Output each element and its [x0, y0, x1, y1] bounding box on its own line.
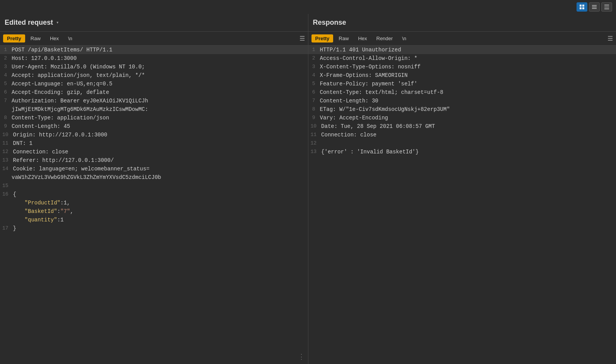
- left-panel-header: Edited request ▾: [0, 14, 308, 32]
- right-panel: Response Pretty Raw Hex Render \n ☰ 1 HT…: [308, 14, 616, 364]
- table-row: 12: [308, 139, 616, 148]
- table-row: 4 Accept: application/json, text/plain, …: [0, 71, 308, 80]
- table-row: 2 Access-Control-Allow-Origin: *: [308, 54, 616, 63]
- svg-rect-6: [592, 8, 597, 9]
- table-row: 11 DNT: 1: [0, 139, 308, 148]
- table-row: 6 Content-Type: text/html; charset=utf-8: [308, 88, 616, 97]
- panels-container: Edited request ▾ Pretty Raw Hex \n ☰ 1 P…: [0, 14, 616, 364]
- left-tab-raw[interactable]: Raw: [27, 34, 44, 43]
- table-row: 13 {'error' : 'Invalid BasketId'}: [308, 148, 616, 156]
- drag-handle[interactable]: ⋮: [298, 352, 305, 361]
- svg-rect-0: [580, 5, 582, 7]
- svg-rect-3: [582, 7, 584, 9]
- table-row: 13 Referer: http://127.0.0.1:3000/: [0, 156, 308, 165]
- split-view-button[interactable]: [601, 2, 612, 12]
- right-tab-hex[interactable]: Hex: [354, 34, 371, 43]
- top-toolbar: [0, 0, 616, 14]
- svg-rect-10: [604, 9, 609, 9]
- table-row: 11 Connection: close: [308, 131, 616, 139]
- main-container: Edited request ▾ Pretty Raw Hex \n ☰ 1 P…: [0, 0, 616, 364]
- table-row: 6 Accept-Encoding: gzip, deflate: [0, 88, 308, 97]
- table-row: 2 Host: 127.0.0.1:3000: [0, 54, 308, 63]
- list-view-button[interactable]: [589, 2, 600, 12]
- table-row: 15: [0, 182, 308, 190]
- right-tab-render[interactable]: Render: [373, 34, 397, 43]
- table-row: 12 Connection: close: [0, 148, 308, 156]
- left-tab-hex[interactable]: Hex: [46, 34, 63, 43]
- right-tab-bar: Pretty Raw Hex Render \n ☰: [308, 32, 616, 46]
- right-panel-header: Response: [308, 14, 616, 32]
- right-tab-menu-icon[interactable]: ☰: [607, 35, 613, 43]
- svg-rect-9: [604, 7, 609, 8]
- table-row: 7 Authorization: Bearer eyJ0eXAiOiJKV1Qi…: [0, 97, 308, 105]
- table-row: 16 {: [0, 190, 308, 199]
- table-row: 3 User-Agent: Mozilla/5.0 (Windows NT 10…: [0, 63, 308, 71]
- svg-rect-4: [592, 5, 597, 6]
- right-tab-pretty[interactable]: Pretty: [311, 34, 334, 43]
- left-tab-menu-icon[interactable]: ☰: [299, 35, 305, 43]
- right-tab-newline[interactable]: \n: [398, 34, 410, 43]
- table-row: 10 Date: Tue, 28 Sep 2021 06:08:57 GMT: [308, 122, 616, 131]
- table-row: "BasketId":"7",: [0, 207, 308, 216]
- table-row: "quantity":1: [0, 216, 308, 224]
- table-row: 7 Content-Length: 30: [308, 97, 616, 105]
- table-row: 4 X-Frame-Options: SAMEORIGIN: [308, 71, 616, 80]
- table-row: 5 Accept-Language: en-US,en;q=0.5: [0, 80, 308, 88]
- left-panel-title: Edited request: [5, 19, 53, 27]
- table-row: 5 Feature-Policy: payment 'self': [308, 80, 616, 88]
- left-tab-bar: Pretty Raw Hex \n ☰: [0, 32, 308, 46]
- table-row: 10 Origin: http://127.0.0.1:3000: [0, 131, 308, 139]
- table-row: jIwMjEtMDktMjcgMTg6MDk6MzAuMzkzICswMDowM…: [0, 105, 308, 114]
- table-row: 1 POST /api/BasketItems/ HTTP/1.1: [0, 46, 308, 54]
- table-row: 9 Content-Length: 45: [0, 122, 308, 131]
- left-tab-pretty[interactable]: Pretty: [3, 34, 25, 43]
- left-code-area[interactable]: 1 POST /api/BasketItems/ HTTP/1.1 2 Host…: [0, 46, 308, 364]
- grid-view-button[interactable]: [577, 2, 587, 12]
- right-panel-title: Response: [313, 19, 346, 27]
- svg-rect-7: [604, 5, 609, 5]
- table-row: 3 X-Content-Type-Options: nosniff: [308, 63, 616, 71]
- left-panel-dropdown[interactable]: ▾: [56, 20, 59, 26]
- right-tab-raw[interactable]: Raw: [335, 34, 352, 43]
- svg-rect-1: [582, 5, 584, 7]
- table-row: 9 Vary: Accept-Encoding: [308, 114, 616, 122]
- svg-rect-8: [604, 6, 609, 7]
- table-row: 1 HTTP/1.1 401 Unauthorized: [308, 46, 616, 54]
- svg-rect-2: [580, 7, 582, 9]
- left-tab-newline[interactable]: \n: [64, 34, 76, 43]
- table-row: 8 Content-Type: application/json: [0, 114, 308, 122]
- table-row: 14 Cookie: language=en; welcomebanner_st…: [0, 165, 308, 173]
- table-row: 8 ETag: W/"1e-Civ7sdKmdsocUgNskj+82erp3U…: [308, 105, 616, 114]
- left-panel: Edited request ▾ Pretty Raw Hex \n ☰ 1 P…: [0, 14, 308, 364]
- table-row: vaW1hZ2VzL3VwbG9hZGVkL3ZhZmYmYXVsdC5zdmc…: [0, 173, 308, 182]
- table-row: 17 }: [0, 224, 308, 233]
- right-code-area[interactable]: 1 HTTP/1.1 401 Unauthorized 2 Access-Con…: [308, 46, 616, 364]
- table-row: "ProductId":1,: [0, 199, 308, 207]
- svg-rect-5: [592, 7, 597, 7]
